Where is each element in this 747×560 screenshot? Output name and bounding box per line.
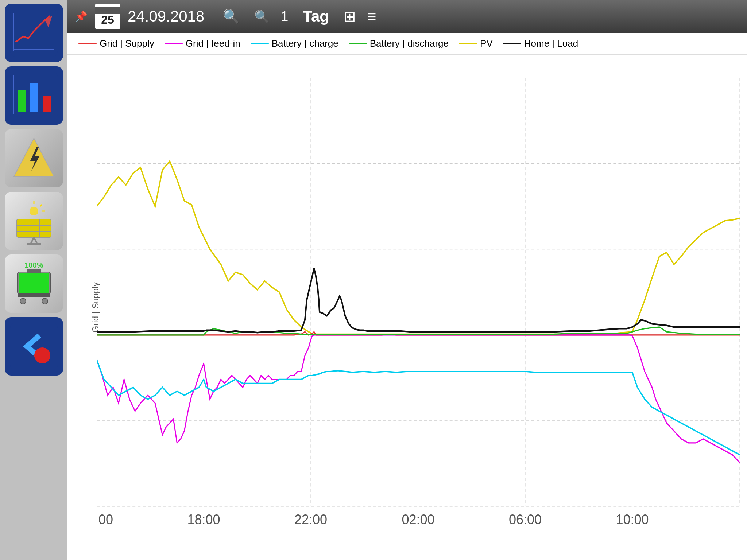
svg-text:10:00: 10:00 [616,512,649,528]
legend-line-grid-feedin [165,43,183,44]
sidebar-icon-analytics[interactable] [5,4,63,62]
svg-rect-28 [27,269,41,273]
sidebar-icon-warning[interactable] [5,129,63,187]
sidebar-icon-solar[interactable] [5,192,63,250]
chart-area: Grid | Supply [67,55,747,560]
svg-rect-18 [17,219,51,237]
toolbar-tag: Tag [303,8,329,25]
app-container: 100% 📌 25 [0,0,747,560]
toolbar-date: 24.09.2018 [128,8,204,25]
grid-feedin-line [97,335,740,463]
legend-label-battery-charge: Battery | charge [272,38,338,49]
svg-rect-34 [10,323,58,370]
legend-line-battery-charge [251,43,269,44]
legend-grid-supply: Grid | Supply [78,38,154,49]
svg-text:18:00: 18:00 [187,512,220,528]
chart-panel: 📌 25 24.09.2018 🔍 🔍 1 Tag ⊞ ≡ Grid | Sup… [67,0,747,560]
svg-point-32 [20,298,26,304]
svg-rect-9 [43,96,51,112]
calendar-icon[interactable]: 25 [95,4,120,29]
svg-text:14:00: 14:00 [97,512,113,528]
grid-view-button[interactable]: ⊞ [344,8,356,25]
sidebar-icon-battery: 100% [5,254,63,313]
legend-label-pv: PV [480,38,493,49]
pin-icon: 📌 [75,11,88,23]
legend-grid-feedin: Grid | feed-in [165,38,240,49]
svg-rect-29 [19,273,49,293]
legend-line-grid-supply [78,43,97,44]
svg-text:100%: 100% [24,261,43,269]
legend-line-pv [459,43,477,44]
zoom-in-button[interactable]: 🔍 [219,8,243,24]
menu-button[interactable]: ≡ [367,7,376,26]
chart-svg: 15 10 5 0 -5 -10 14:00 18:00 22:00 02:00… [97,62,740,538]
legend-label-grid-feedin: Grid | feed-in [186,38,240,49]
legend-pv: PV [459,38,493,49]
legend-battery-charge: Battery | charge [251,38,338,49]
legend-line-battery-discharge [349,43,367,44]
toolbar-count: 1 [280,9,288,24]
sidebar: 100% [0,0,67,560]
legend-label-battery-discharge: Battery | discharge [370,38,449,49]
toolbar: 📌 25 24.09.2018 🔍 🔍 1 Tag ⊞ ≡ [67,0,747,33]
sidebar-icon-bar[interactable] [5,66,63,125]
svg-point-36 [34,347,50,363]
legend-line-home-load [503,43,521,44]
svg-text:06:00: 06:00 [509,512,542,528]
legend-home-load: Home | Load [503,38,578,49]
legend-battery-discharge: Battery | discharge [349,38,449,49]
svg-point-33 [42,298,48,304]
svg-text:02:00: 02:00 [402,512,434,528]
legend-label-home-load: Home | Load [524,38,578,49]
y-axis-label: Grid | Supply [90,282,101,332]
sidebar-icon-back[interactable] [5,317,63,376]
legend-label-grid-supply: Grid | Supply [100,38,154,49]
svg-text:22:00: 22:00 [294,512,327,528]
svg-rect-7 [18,90,26,112]
legend-bar: Grid | Supply Grid | feed-in Battery | c… [67,33,747,55]
zoom-out-button[interactable]: 🔍 [251,9,273,24]
calendar-day: 25 [101,14,114,26]
svg-rect-8 [30,83,38,112]
svg-rect-31 [18,294,50,297]
svg-point-14 [30,207,38,215]
